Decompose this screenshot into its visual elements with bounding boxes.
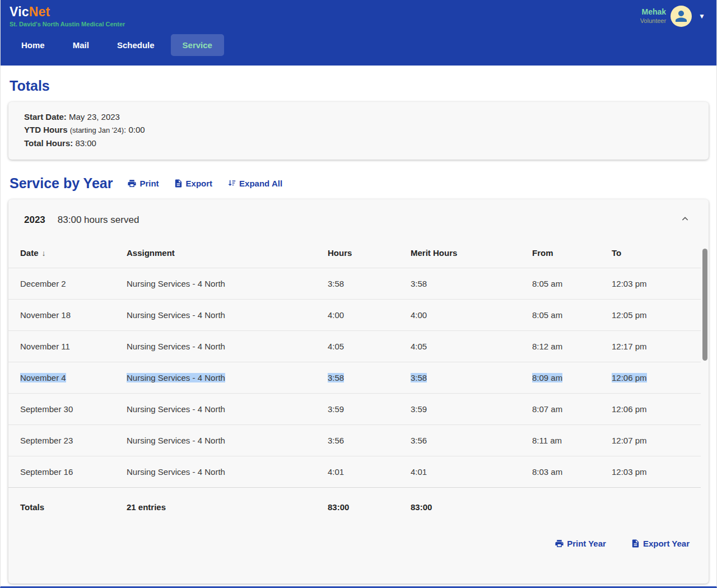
table-row[interactable]: November 11 Nursing Services - 4 North 4… [8, 330, 701, 362]
main-nav: Home Mail Schedule Service [10, 34, 707, 56]
cell-from: 8:11 am [532, 436, 562, 445]
start-date-value: May 23, 2023 [69, 112, 120, 122]
ytd-hours-value: : 0:00 [124, 125, 145, 134]
table-scrollbar[interactable] [702, 249, 707, 361]
cell-from: 8:09 am [532, 373, 562, 382]
ytd-hours-label: YTD Hours [24, 125, 68, 134]
avatar[interactable] [671, 6, 692, 27]
totals-title: Totals [10, 78, 707, 94]
export-year-button[interactable]: Export Year [631, 539, 690, 548]
cell-assignment: Nursing Services - 4 North [127, 436, 225, 445]
chevron-down-icon[interactable]: ▼ [696, 10, 707, 22]
cell-to: 12:03 pm [612, 279, 647, 288]
table-row[interactable]: September 30 Nursing Services - 4 North … [8, 393, 701, 424]
expand-all-icon [227, 179, 236, 188]
cell-to: 12:17 pm [612, 342, 647, 351]
year-label: 2023 [24, 214, 45, 226]
cell-merit-hours: 3:56 [411, 436, 427, 445]
cell-date: September 23 [20, 436, 73, 445]
cell-merit-hours: 3:58 [411, 279, 427, 288]
nav-item-mail[interactable]: Mail [61, 34, 101, 56]
cell-merit-hours: 4:00 [411, 310, 427, 320]
cell-assignment: Nursing Services - 4 North [127, 279, 225, 288]
print-year-button[interactable]: Print Year [555, 539, 606, 548]
logo-part-net: Net [29, 4, 50, 19]
cell-date: December 2 [20, 279, 66, 288]
cell-hours: 3:58 [328, 279, 344, 288]
brand-block: VicNet St. David's North Austin Medical … [10, 4, 125, 27]
export-label: Export [186, 179, 213, 188]
nav-item-schedule[interactable]: Schedule [105, 34, 166, 56]
cell-date: November 11 [20, 342, 70, 351]
table-row-selected[interactable]: November 4 Nursing Services - 4 North 3:… [8, 362, 701, 393]
cell-from: 8:07 am [532, 404, 562, 414]
cell-hours: 4:01 [328, 467, 344, 477]
org-name: St. David's North Austin Medical Center [10, 21, 125, 27]
totals-hours: 83:00 [328, 502, 349, 512]
table-row[interactable]: December 2 Nursing Services - 4 North 3:… [8, 268, 701, 299]
export-button[interactable]: Export [174, 179, 213, 188]
expand-all-button[interactable]: Expand All [227, 179, 282, 188]
table-row[interactable]: September 23 Nursing Services - 4 North … [8, 424, 701, 456]
chevron-up-icon [681, 214, 690, 223]
start-date-label: Start Date: [24, 112, 67, 122]
cell-hours: 4:00 [328, 310, 344, 320]
cell-assignment: Nursing Services - 4 North [127, 467, 225, 477]
cell-merit-hours: 4:01 [411, 467, 427, 477]
user-name: Mehak [640, 7, 666, 17]
cell-hours: 4:05 [328, 342, 344, 351]
person-icon [673, 8, 690, 25]
print-label: Print [139, 179, 159, 188]
printer-icon [127, 179, 137, 188]
cell-merit-hours: 4:05 [411, 342, 427, 351]
user-menu[interactable]: Mehak Volunteer ▼ [640, 6, 707, 27]
printer-icon [555, 539, 564, 548]
cell-from: 8:03 am [532, 467, 562, 477]
export-file-icon [631, 539, 640, 548]
cell-date: September 16 [20, 467, 73, 477]
user-role: Volunteer [640, 17, 666, 25]
table-row[interactable]: September 16 Nursing Services - 4 North … [8, 456, 701, 487]
column-header-assignment: Assignment [127, 239, 328, 268]
export-file-icon [174, 179, 183, 188]
service-by-year-title: Service by Year [10, 175, 113, 192]
service-table: Date↓ Assignment Hours Merit Hours From … [8, 239, 701, 528]
cell-hours: 3:59 [328, 404, 344, 414]
column-header-merit-hours: Merit Hours [411, 239, 532, 268]
totals-label: Totals [20, 502, 44, 512]
table-header-row: Date↓ Assignment Hours Merit Hours From … [8, 239, 701, 268]
year-panel-2023: 2023 83:00 hours served Date↓ Assignment… [8, 199, 709, 584]
year-summary: 83:00 hours served [58, 214, 139, 226]
app-header: VicNet St. David's North Austin Medical … [1, 0, 716, 66]
column-header-from: From [532, 239, 612, 268]
cell-date: November 4 [20, 373, 66, 382]
export-year-label: Export Year [643, 539, 690, 548]
collapse-year-button[interactable] [677, 213, 693, 227]
cell-to: 12:06 pm [612, 373, 647, 382]
nav-item-service[interactable]: Service [171, 34, 224, 56]
cell-from: 8:05 am [532, 279, 562, 288]
cell-date: November 18 [20, 310, 71, 320]
print-year-label: Print Year [567, 539, 606, 548]
cell-hours: 3:58 [328, 373, 344, 382]
total-hours-value: 83:00 [75, 138, 96, 148]
ytd-hours-note: (starting Jan '24) [70, 126, 124, 134]
cell-hours: 3:56 [328, 436, 344, 445]
cell-to: 12:05 pm [612, 310, 647, 320]
cell-merit-hours: 3:59 [411, 404, 427, 414]
expand-all-label: Expand All [239, 179, 282, 188]
cell-date: September 30 [20, 404, 73, 414]
print-button[interactable]: Print [127, 179, 159, 188]
column-header-date[interactable]: Date↓ [8, 239, 127, 268]
cell-from: 8:12 am [532, 342, 562, 351]
nav-item-home[interactable]: Home [10, 34, 57, 56]
cell-merit-hours: 3:58 [411, 373, 427, 382]
table-row[interactable]: November 18 Nursing Services - 4 North 4… [8, 299, 701, 330]
app-logo: VicNet [10, 4, 125, 20]
column-header-to: To [612, 239, 701, 268]
total-hours-label: Total Hours: [24, 138, 73, 148]
cell-assignment: Nursing Services - 4 North [127, 404, 225, 414]
logo-part-vic: Vic [10, 4, 29, 19]
cell-to: 12:06 pm [612, 404, 647, 414]
cell-from: 8:05 am [532, 310, 562, 320]
